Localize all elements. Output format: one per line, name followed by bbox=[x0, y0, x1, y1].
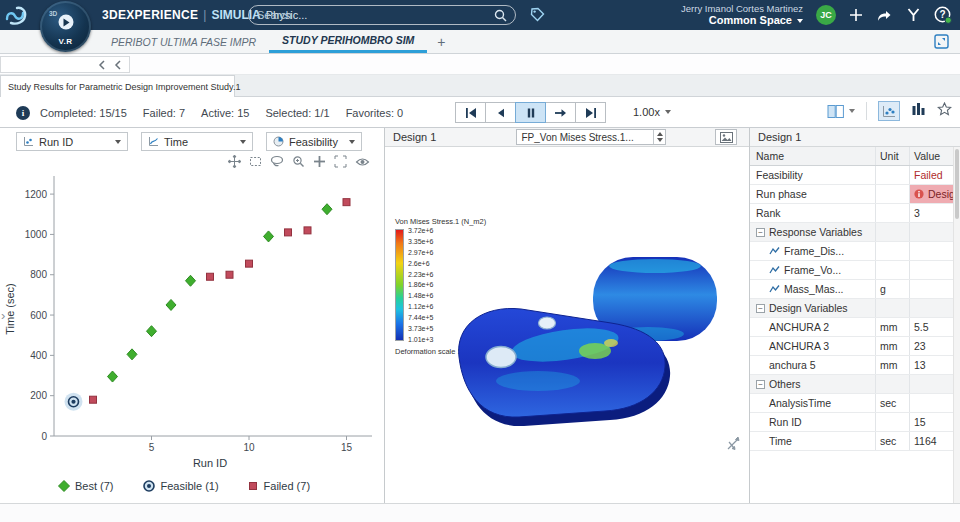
unit-cell bbox=[876, 261, 910, 279]
chart-point[interactable] bbox=[127, 349, 137, 360]
table-row[interactable]: Run phaseDesign varia bbox=[750, 185, 960, 204]
3d-part-model[interactable] bbox=[443, 239, 743, 454]
table-row[interactable]: Frame_Vo... bbox=[750, 261, 960, 280]
color-field-select[interactable]: Feasibility bbox=[266, 132, 362, 151]
search-input[interactable] bbox=[257, 9, 494, 21]
stress-legend-value: 2.97e+6 bbox=[408, 249, 434, 256]
chart-point[interactable] bbox=[264, 231, 274, 242]
chart-point[interactable] bbox=[166, 299, 176, 310]
compass-play-icon[interactable] bbox=[58, 15, 73, 30]
group-row[interactable]: −Response Variables bbox=[750, 223, 960, 242]
global-search[interactable] bbox=[248, 5, 516, 25]
scatter-plot[interactable]: 02004006008001000120051015Run IDTime (se… bbox=[0, 172, 383, 472]
legend-item[interactable]: Failed (7) bbox=[247, 479, 310, 493]
collapse-left-icon[interactable] bbox=[98, 60, 106, 70]
skip-to-start-button[interactable] bbox=[455, 102, 486, 123]
hide-points-icon[interactable] bbox=[355, 156, 370, 168]
step-back-button[interactable] bbox=[485, 102, 516, 123]
info-icon[interactable]: i bbox=[16, 106, 30, 120]
chart-point[interactable] bbox=[90, 396, 97, 403]
svg-text:Time (sec): Time (sec) bbox=[4, 283, 16, 335]
3dswym-button[interactable] bbox=[906, 8, 921, 22]
collapse-panel-button[interactable]: › bbox=[1, 308, 5, 323]
x-axis-field-select[interactable]: Run ID bbox=[16, 132, 128, 151]
move-tool-icon[interactable] bbox=[228, 155, 241, 168]
stress-legend-value: 3.73e+5 bbox=[408, 325, 434, 332]
search-icon[interactable] bbox=[494, 9, 507, 22]
study-results-tab[interactable]: Study Results for Parametric Design Impr… bbox=[0, 75, 235, 97]
chevron-down-icon bbox=[665, 110, 671, 114]
skip-to-end-button[interactable] bbox=[575, 102, 606, 123]
chart-point[interactable] bbox=[285, 229, 292, 236]
chart-point[interactable] bbox=[322, 204, 332, 215]
step-forward-button[interactable] bbox=[545, 102, 576, 123]
chart-point[interactable] bbox=[246, 260, 253, 267]
lasso-select-icon[interactable] bbox=[270, 155, 284, 168]
result-field-select[interactable]: FP_Von Mises Stress.1... bbox=[516, 129, 666, 145]
collapse-toggle[interactable]: − bbox=[756, 380, 765, 389]
share-button[interactable] bbox=[876, 8, 893, 22]
marquee-select-icon[interactable] bbox=[249, 155, 262, 168]
avatar[interactable]: JC bbox=[816, 5, 836, 25]
chart-point[interactable] bbox=[147, 326, 157, 337]
y-axis-field-select[interactable]: Time bbox=[141, 132, 253, 151]
tab-study-perihombro[interactable]: STUDY PERIHOMBRO SIM bbox=[269, 30, 427, 53]
pause-button[interactable] bbox=[515, 102, 546, 123]
pan-icon[interactable] bbox=[313, 155, 326, 168]
group-row[interactable]: −Design Variables bbox=[750, 299, 960, 318]
layout-select-button[interactable] bbox=[827, 104, 855, 119]
restore-window-icon[interactable] bbox=[933, 33, 950, 54]
tag-search-icon[interactable] bbox=[530, 7, 545, 26]
3dexperience-compass[interactable]: 3D V.R bbox=[40, 1, 91, 52]
space-selector[interactable]: Common Space bbox=[681, 14, 803, 27]
table-row[interactable]: Rank3 bbox=[750, 204, 960, 223]
snapshot-button[interactable] bbox=[715, 129, 737, 145]
table-row[interactable]: AnalysisTimesec bbox=[750, 394, 960, 413]
favorites-button[interactable] bbox=[937, 102, 952, 120]
feasible-marker-icon bbox=[142, 479, 156, 493]
legend-item[interactable]: Best (7) bbox=[58, 479, 114, 493]
table-row[interactable]: Mass_Mas...g bbox=[750, 280, 960, 299]
table-row[interactable]: Run ID15 bbox=[750, 413, 960, 432]
unit-cell bbox=[876, 223, 910, 241]
legend-item[interactable]: Feasible (1) bbox=[142, 479, 219, 493]
document-tab-row: Study Results for Parametric Design Impr… bbox=[0, 75, 960, 97]
scatter-view-button[interactable] bbox=[878, 101, 900, 121]
chart-point[interactable] bbox=[304, 227, 311, 234]
status-completed: Completed: 15/15 bbox=[40, 107, 127, 119]
table-row[interactable]: ANCHURA 2mm5.5 bbox=[750, 318, 960, 337]
user-block[interactable]: Jerry Imanol Cortes Martinez Common Spac… bbox=[681, 3, 803, 28]
add-content-button[interactable] bbox=[849, 8, 863, 22]
collapse-left-icon[interactable] bbox=[114, 60, 122, 70]
details-scrollbar[interactable] bbox=[953, 147, 960, 503]
3d-viewport[interactable]: Von Mises Stress.1 (N_m2) 3.72e+63.35e+6… bbox=[385, 147, 749, 503]
playback-speed-select[interactable]: 1.00x bbox=[633, 106, 671, 118]
group-row[interactable]: −Others bbox=[750, 375, 960, 394]
columns-view-button[interactable] bbox=[911, 102, 926, 120]
table-row[interactable]: Timesec1164 bbox=[750, 432, 960, 451]
collapsed-tree-panel[interactable] bbox=[0, 56, 130, 73]
chevron-down-icon bbox=[797, 19, 803, 23]
fit-view-icon[interactable] bbox=[334, 155, 347, 168]
chart-point[interactable] bbox=[207, 273, 214, 280]
collapse-toggle[interactable]: − bbox=[756, 228, 765, 237]
3ds-logo-icon[interactable] bbox=[4, 4, 30, 30]
tab-peribot[interactable]: PERIBOT ULTIMA FASE IMPR bbox=[98, 30, 269, 53]
table-row[interactable]: FeasibilityFailed bbox=[750, 166, 960, 185]
column-header-name[interactable]: Name bbox=[750, 147, 876, 165]
help-button[interactable]: ? bbox=[934, 6, 952, 24]
new-tab-button[interactable]: + bbox=[427, 30, 455, 53]
chart-point[interactable] bbox=[226, 271, 233, 278]
collapse-toggle[interactable]: − bbox=[756, 304, 765, 313]
spinner-control[interactable] bbox=[653, 130, 665, 144]
chart-point[interactable] bbox=[186, 275, 196, 286]
table-row[interactable]: Frame_Dis... bbox=[750, 242, 960, 261]
table-row[interactable]: anchura 5mm13 bbox=[750, 356, 960, 375]
chart-point[interactable] bbox=[108, 371, 118, 382]
column-header-unit[interactable]: Unit bbox=[876, 147, 910, 165]
stress-legend-value: 3.35e+6 bbox=[408, 238, 434, 245]
chart-point[interactable] bbox=[343, 199, 350, 206]
zoom-icon[interactable] bbox=[292, 155, 305, 168]
table-row[interactable]: ANCHURA 3mm23 bbox=[750, 337, 960, 356]
chart-point[interactable] bbox=[71, 400, 75, 404]
